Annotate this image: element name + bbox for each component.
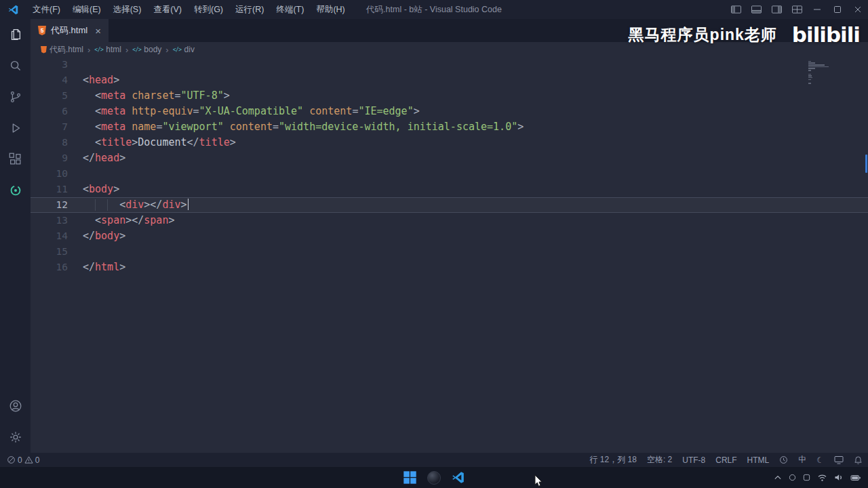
menu-item-4[interactable]: 转到(G) [188,0,229,19]
tray-app-icon-1[interactable] [789,474,796,481]
menu-item-2[interactable]: 选择(S) [107,0,148,19]
toggle-sidebar-icon[interactable] [726,0,746,19]
menu-item-0[interactable]: 文件(F) [26,0,66,19]
error-count: 0 [18,455,22,465]
wifi-icon[interactable] [817,473,827,482]
vscode-taskbar-icon[interactable] [451,470,465,485]
breadcrumb-item-代码.html[interactable]: 代码.html [41,44,83,56]
menu-item-7[interactable]: 帮助(H) [310,0,351,19]
ime-indicator[interactable]: 中 [798,454,806,466]
indentation-setting[interactable]: 空格: 2 [647,454,672,466]
breadcrumb-label: html [106,45,121,54]
code-line-4[interactable]: 4<head> [31,73,868,88]
code-line-9[interactable]: 9</head> [31,150,868,166]
battery-icon[interactable] [850,474,861,482]
browser-icon[interactable] [427,471,441,485]
code-text: <meta http-equiv="X-UA-Compatible" conte… [83,104,420,119]
ai-extension-icon[interactable] [0,175,31,206]
cursor-position[interactable]: 行 12，列 18 [590,454,637,466]
breadcrumb-item-html[interactable]: </>html [94,45,121,54]
code-line-10[interactable]: 10 [31,166,868,182]
breadcrumb-item-div[interactable]: </>div [173,45,195,54]
moon-icon[interactable]: ☾ [816,455,824,465]
code-text: </body> [83,228,125,244]
code-text: <head> [83,73,119,88]
menu-item-1[interactable]: 编辑(E) [66,0,107,19]
minimap-line [808,77,812,79]
menu-item-3[interactable]: 查看(V) [147,0,188,19]
clock-icon[interactable] [779,455,788,464]
minimap-line [808,66,829,68]
extensions-icon[interactable] [0,144,31,175]
code-line-8[interactable]: 8 <title>Document</title> [31,135,868,150]
code-line-6[interactable]: 6 <meta http-equiv="X-UA-Compatible" con… [31,104,868,119]
code-line-12[interactable]: 12 <div></div> [31,197,868,213]
search-icon[interactable] [0,50,31,81]
screencast-icon[interactable] [834,455,844,464]
code-text: <body> [83,182,119,197]
tray-app-icon-2[interactable] [803,474,810,481]
notifications-bell-icon[interactable] [854,455,863,465]
tab-bar: 5 代码.html × [31,19,868,42]
code-text: <meta charset="UTF-8"> [83,88,230,104]
maximize-button[interactable] [827,0,848,19]
error-icon [7,455,16,464]
breadcrumb-label: div [184,45,195,54]
minimize-button[interactable] [807,0,827,19]
close-button[interactable] [848,0,868,19]
window-title: 代码.html - b站 - Visual Studio Code [366,0,502,19]
toggle-panel-icon[interactable] [746,0,766,19]
line-number: 4 [31,73,68,88]
start-button-icon[interactable] [403,470,417,485]
minimap-line [808,68,815,69]
code-line-13[interactable]: 13 <span></span> [31,213,868,228]
code-line-15[interactable]: 15 [31,244,868,260]
source-control-icon[interactable] [0,81,31,113]
problems-indicator[interactable]: 0 0 [7,455,39,465]
menu-bar: 文件(F)编辑(E)选择(S)查看(V)转到(G)运行(R)终端(T)帮助(H) [26,0,351,19]
code-line-11[interactable]: 11<body> [31,182,868,197]
code-text: </html> [83,260,125,275]
line-number: 16 [31,260,68,275]
line-number: 9 [31,150,68,166]
customize-layout-icon[interactable] [787,0,807,19]
code-line-7[interactable]: 7 <meta name="viewport" content="width=d… [31,119,868,135]
code-line-16[interactable]: 16</html> [31,260,868,275]
tab-close-icon[interactable]: × [95,26,101,36]
minimap[interactable] [808,59,831,85]
account-icon[interactable] [0,390,31,422]
minimap-line [808,62,815,64]
code-text: <meta name="viewport" content="width=dev… [83,119,524,135]
eol-setting[interactable]: CRLF [715,455,736,465]
volume-icon[interactable] [834,473,844,482]
tag-symbol-icon: </> [173,47,182,53]
minimap-line [808,75,812,77]
editor[interactable]: 34<head>5 <meta charset="UTF-8">6 <meta … [31,57,868,453]
breadcrumb-separator: › [125,45,128,55]
code-line-3[interactable]: 3 [31,57,868,73]
line-number: 3 [31,57,68,73]
explorer-icon[interactable] [0,19,31,50]
breadcrumb-label: body [144,45,161,54]
code-text: <span></span> [83,213,174,228]
code-text: <div></div> [83,197,189,213]
tray-chevron-up-icon[interactable] [774,474,782,481]
settings-gear-icon[interactable] [0,422,31,453]
code-line-5[interactable]: 5 <meta charset="UTF-8"> [31,88,868,104]
window-controls [726,0,868,19]
line-number: 6 [31,104,68,119]
code-line-14[interactable]: 14</body> [31,228,868,244]
breadcrumb-separator: › [165,45,168,55]
run-debug-icon[interactable] [0,113,31,144]
menu-item-5[interactable]: 运行(R) [229,0,270,19]
activity-bar [0,19,31,453]
toggle-secondary-sidebar-icon[interactable] [766,0,787,19]
menu-item-6[interactable]: 终端(T) [270,0,310,19]
language-mode[interactable]: HTML [747,455,770,465]
breadcrumb-item-body[interactable]: </>body [132,45,161,54]
code-text: <title>Document</title> [83,135,236,150]
active-tab[interactable]: 5 代码.html × [31,19,108,42]
encoding-setting[interactable]: UTF-8 [682,455,705,465]
line-number: 8 [31,135,68,150]
breadcrumb-label: 代码.html [50,44,83,56]
